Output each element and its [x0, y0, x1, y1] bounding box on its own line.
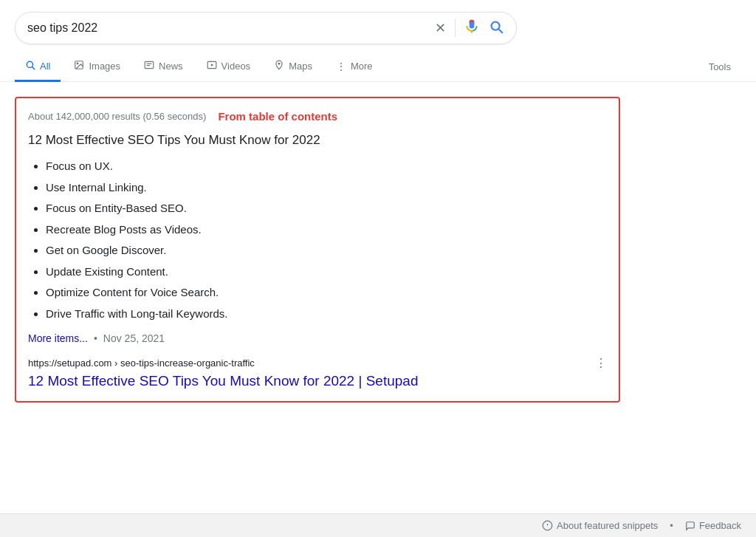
- tab-images[interactable]: Images: [63, 52, 131, 82]
- snippet-list: Focus on UX. Use Internal Linking. Focus…: [28, 158, 607, 322]
- from-toc-label: From table of contents: [218, 110, 337, 123]
- tab-maps[interactable]: Maps: [264, 52, 323, 82]
- clear-icon[interactable]: ✕: [435, 20, 446, 36]
- more-dots-icon: ⋮: [336, 61, 346, 72]
- search-submit-icon[interactable]: [488, 18, 504, 38]
- more-items-link[interactable]: More items...: [28, 332, 88, 344]
- tab-videos[interactable]: Videos: [196, 52, 261, 82]
- svg-marker-8: [210, 64, 213, 66]
- search-bar: seo tips 2022 ✕: [15, 12, 517, 44]
- svg-line-1: [32, 67, 35, 69]
- svg-point-3: [78, 63, 79, 64]
- nav-tabs: All Images News Videos Maps ⋮ More Tools: [0, 52, 756, 82]
- results-count-text: About 142,000,000 results (0.56 seconds): [28, 111, 206, 122]
- tab-tools[interactable]: Tools: [698, 54, 741, 80]
- result-link[interactable]: 12 Most Effective SEO Tips You Must Know…: [28, 373, 607, 389]
- videos-icon: [207, 60, 217, 72]
- results-count-row: About 142,000,000 results (0.56 seconds)…: [28, 110, 607, 123]
- bullet-separator: •: [94, 332, 97, 344]
- source-row: https://setupad.com › seo-tips-increase-…: [28, 356, 607, 370]
- images-icon: [74, 60, 84, 72]
- tab-videos-label: Videos: [221, 61, 251, 72]
- tab-all[interactable]: All: [15, 52, 61, 82]
- svg-point-9: [278, 63, 281, 65]
- three-dots-menu[interactable]: ⋮: [595, 356, 607, 370]
- list-item: Use Internal Linking.: [46, 179, 607, 196]
- tab-maps-label: Maps: [289, 61, 312, 72]
- search-bar-container: seo tips 2022 ✕: [0, 0, 756, 52]
- list-item: Focus on Entity-Based SEO.: [46, 200, 607, 217]
- tab-news[interactable]: News: [134, 52, 193, 82]
- tab-more-label: More: [351, 61, 373, 72]
- tab-all-label: All: [40, 61, 50, 72]
- featured-snippet: About 142,000,000 results (0.56 seconds)…: [15, 97, 620, 403]
- more-items-row: More items... • Nov 25, 2021: [28, 332, 607, 344]
- tab-news-label: News: [159, 61, 183, 72]
- search-bar-icons: ✕: [435, 18, 504, 38]
- list-item: Drive Traffic with Long-tail Keywords.: [46, 306, 607, 323]
- tab-tools-label: Tools: [709, 61, 731, 72]
- microphone-icon[interactable]: [464, 19, 479, 38]
- tab-more[interactable]: ⋮ More: [326, 53, 383, 82]
- maps-icon: [274, 60, 284, 72]
- news-icon: [144, 60, 154, 72]
- list-item: Update Existing Content.: [46, 264, 607, 281]
- list-item: Recreate Blog Posts as Videos.: [46, 222, 607, 239]
- source-url: https://setupad.com › seo-tips-increase-…: [28, 358, 255, 369]
- snippet-title: 12 Most Effective SEO Tips You Must Know…: [28, 133, 607, 148]
- list-item: Optimize Content for Voice Search.: [46, 284, 607, 301]
- search-divider: [455, 19, 456, 37]
- tab-images-label: Images: [89, 61, 120, 72]
- main-content: About 142,000,000 results (0.56 seconds)…: [0, 82, 635, 417]
- snippet-date: Nov 25, 2021: [103, 332, 165, 344]
- list-item: Get on Google Discover.: [46, 242, 607, 259]
- list-item: Focus on UX.: [46, 158, 607, 175]
- all-icon: [25, 60, 35, 72]
- search-query[interactable]: seo tips 2022: [27, 21, 435, 35]
